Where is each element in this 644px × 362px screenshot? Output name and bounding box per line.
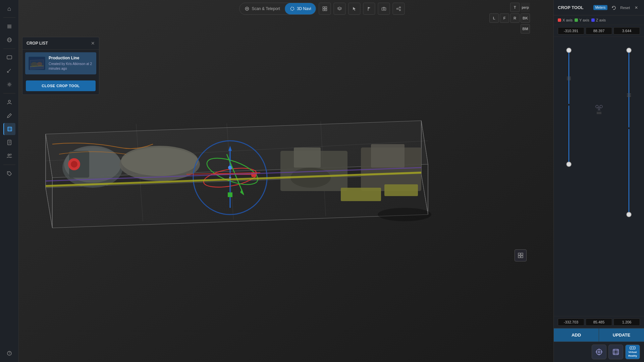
crop-list-close-icon[interactable]: ✕ [91,41,95,46]
z-coord-bottom[interactable]: 1.206 [613,318,640,326]
sidebar-item-globe[interactable] [3,34,15,46]
svg-line-37 [398,9,399,10]
view-BK[interactable]: BK [521,13,530,23]
y-coord-top[interactable]: 88.397 [586,27,612,35]
layers-btn[interactable] [334,3,346,15]
crop-item-name: Production Line [49,56,93,60]
svg-point-32 [383,8,385,10]
z-axis-dot [591,18,595,22]
svg-rect-0 [7,27,11,28]
crop-list-title: CROP LIST [26,41,48,46]
sidebar-item-report[interactable] [3,136,15,148]
svg-line-36 [398,8,399,8]
svg-point-115 [598,351,600,353]
svg-point-99 [567,162,571,167]
share-btn[interactable] [393,3,405,15]
svg-rect-26 [323,7,325,8]
y-axis-label: Y axis [575,18,589,22]
svg-point-107 [596,105,598,108]
view-L[interactable]: L [489,13,499,23]
x-coord-top[interactable]: -310.391 [558,27,584,35]
crop-view-btn[interactable] [608,345,623,359]
left-slider-svg [564,44,574,171]
scan-teleport-nav[interactable]: Scan & Teleport [239,3,285,14]
crop-list-item-production-line[interactable]: Production Line Created by Kris Atkinson… [25,52,96,74]
reset-label[interactable]: Reset [620,6,630,10]
z-axis-text: Z axis [596,18,606,22]
view-T[interactable]: T [510,3,520,12]
meters-badge[interactable]: Meters [593,5,608,10]
svg-text:?: ? [8,352,10,355]
grid-btn[interactable] [319,3,331,15]
crop-item-meta: Created by Kris Atkinson at 2 minutes ag… [49,62,93,71]
svg-rect-28 [323,9,325,11]
vr-btn[interactable]: VirtualReality [625,345,640,359]
svg-rect-29 [325,9,327,11]
svg-point-7 [8,84,10,85]
sidebar-item-user[interactable] [3,96,15,108]
svg-rect-84 [518,256,520,258]
svg-point-127 [633,347,634,349]
view-F[interactable]: F [500,13,509,23]
right-panel: CROP TOOL Meters Reset ✕ X axis Y axis Z… [553,0,644,362]
update-button[interactable]: UPDATE [599,328,644,342]
svg-rect-27 [325,7,327,8]
sidebar-item-team[interactable] [3,150,15,162]
sidebar-item-tag[interactable] [3,168,15,180]
svg-point-24 [246,8,248,9]
target-view-btn[interactable] [592,345,606,359]
view-R[interactable]: R [510,13,520,23]
svg-rect-83 [521,253,523,255]
close-panel-icon[interactable]: ✕ [633,4,640,11]
reset-icon-btn[interactable] [610,4,618,11]
crop-tool-title: CROP TOOL [558,5,591,10]
3d-navi-label: 3D Navi [297,6,311,11]
svg-rect-31 [382,8,386,10]
sidebar-item-layers[interactable] [3,20,15,33]
y-coord-bottom[interactable]: 85.485 [586,318,612,326]
svg-rect-1 [7,26,11,27]
add-update-row: ADD UPDATE [554,328,644,342]
svg-point-20 [8,173,9,173]
x-coord-bottom[interactable]: -332.703 [558,318,584,326]
svg-point-18 [8,154,9,156]
viewport-grid-btn[interactable] [515,249,527,261]
3d-navi-icon [289,6,295,11]
left-sidebar: ⌂ ? [0,0,19,362]
sidebar-item-pencil[interactable] [3,110,15,122]
sidebar-item-settings[interactable] [3,78,15,90]
flag-btn[interactable] [363,3,375,15]
crop-item-info: Production Line Created by Kris Atkinson… [49,56,93,71]
svg-rect-77 [384,184,418,196]
camera-btn[interactable] [378,3,390,15]
cursor-btn[interactable] [348,3,361,15]
sidebar-item-home[interactable]: ⌂ [3,3,15,15]
right-slider-svg [624,44,634,221]
sidebar-item-chat[interactable] [3,52,15,64]
crop-tool-header: CROP TOOL Meters Reset ✕ [554,0,644,15]
nav-pill: Scan & Teleport 3D Navi [239,3,316,15]
svg-rect-6 [7,56,12,59]
3d-navi-nav[interactable]: 3D Navi [285,3,316,14]
top-coord-values: -310.391 88.397 3.644 [554,25,644,37]
svg-rect-72 [294,147,321,168]
svg-rect-85 [521,256,523,258]
balance-icon [595,104,603,115]
view-controls: T perp L F R BK BM [489,3,530,34]
close-crop-tool-button[interactable]: CLOSE CROP TOOL [26,80,96,91]
svg-rect-75 [371,144,405,168]
svg-point-33 [399,7,401,8]
svg-rect-82 [518,253,520,255]
z-coord-top[interactable]: 3.644 [613,27,640,35]
add-button[interactable]: ADD [554,328,599,342]
view-BM[interactable]: BM [521,24,530,34]
crop-list-header: CROP LIST ✕ [22,37,99,50]
svg-point-25 [290,7,294,10]
sidebar-item-measure[interactable] [3,65,15,77]
svg-rect-69 [228,192,232,197]
y-axis-dot [575,18,578,22]
sidebar-item-crop-tools[interactable] [3,123,15,135]
scan-icon [244,6,250,11]
sidebar-item-help[interactable]: ? [3,347,15,359]
z-axis-label: Z axis [591,18,606,22]
